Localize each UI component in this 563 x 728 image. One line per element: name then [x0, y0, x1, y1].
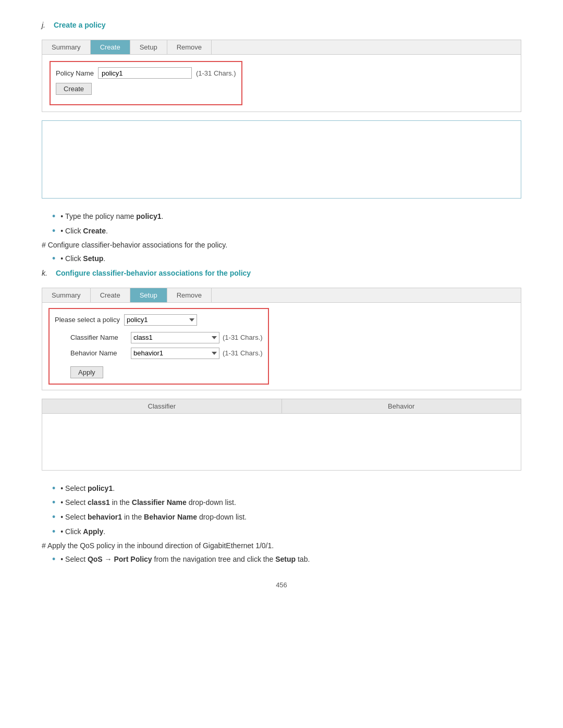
bold-create: Create — [83, 227, 106, 235]
tab-j-summary[interactable]: Summary — [42, 40, 91, 54]
section-j-title: Create a policy — [54, 21, 106, 29]
setup-policy-form: Please select a policy policy1 Classifie… — [48, 308, 269, 385]
bullet-j-2: • Click Create. — [52, 226, 521, 237]
bullet-dot: • — [60, 253, 65, 264]
tab-content-j: Policy Name (1-31 Chars.) Create — [42, 55, 521, 112]
bold-behavior1: behavior1 — [88, 513, 122, 521]
section-k-label: k. — [42, 269, 47, 277]
tab-j-setup[interactable]: Setup — [130, 40, 167, 54]
bold-class1: class1 — [88, 498, 110, 507]
classifier-label: Classifier Name — [70, 334, 128, 341]
bullet-setup: • Click Setup. — [52, 253, 521, 265]
classifier-hint: (1-31 Chars.) — [223, 334, 263, 341]
bullet-list-j: • Type the policy name policy1. • Click … — [52, 211, 521, 237]
policy-name-input[interactable] — [98, 67, 192, 79]
bold-behavior-name: Behavior Name — [144, 513, 197, 521]
tab-panel-k: Summary Create Setup Remove Please selec… — [42, 288, 521, 390]
j-result-box — [42, 120, 521, 199]
behavior-row: Behavior Name behavior1 (1-31 Chars.) — [70, 348, 263, 359]
tab-k-summary[interactable]: Summary — [42, 288, 91, 302]
page-number: 456 — [42, 581, 521, 589]
bold-setup: Setup — [83, 254, 103, 263]
policy-name-label: Policy Name — [56, 69, 94, 77]
tab-j-remove[interactable]: Remove — [167, 40, 212, 54]
select-policy-dropdown[interactable]: policy1 — [124, 314, 197, 326]
bold-apply: Apply — [83, 527, 103, 536]
tab-k-remove[interactable]: Remove — [167, 288, 212, 302]
tab-bar-j: Summary Create Setup Remove — [42, 40, 521, 55]
bullet-dot: • — [60, 211, 65, 222]
tab-k-create[interactable]: Create — [91, 288, 130, 302]
comment-k: # Apply the QoS policy in the inbound di… — [42, 541, 521, 550]
select-policy-row: Please select a policy policy1 — [55, 314, 263, 326]
apply-button[interactable]: Apply — [70, 366, 103, 378]
bullet-dot: • — [60, 526, 65, 537]
section-j-label: j. — [42, 21, 45, 29]
bullet-last: • Select QoS → Port Policy from the navi… — [52, 554, 521, 565]
create-button-row: Create — [56, 83, 236, 95]
behavior-hint: (1-31 Chars.) — [223, 349, 263, 357]
classifier-row: Classifier Name class1 (1-31 Chars.) — [70, 332, 263, 343]
classifier-col-header: Classifier — [42, 399, 282, 413]
classifier-behavior-form: Classifier Name class1 (1-31 Chars.) Beh… — [70, 332, 263, 378]
tab-bar-k: Summary Create Setup Remove — [42, 288, 521, 303]
select-policy-wrapper: policy1 — [124, 314, 197, 326]
bullet-dot: • — [60, 512, 65, 523]
tab-k-setup[interactable]: Setup — [130, 288, 167, 302]
bullet-list-k: • Select policy1. • Select class1 in the… — [52, 483, 521, 537]
bold-classifier-name: Classifier Name — [132, 498, 187, 507]
bullet-dot: • — [60, 497, 65, 508]
behavior-col-header: Behavior — [282, 399, 521, 413]
bullet-setup-1: • Click Setup. — [52, 253, 521, 265]
table-header-row: Classifier Behavior — [42, 399, 521, 413]
create-policy-form: Policy Name (1-31 Chars.) Create — [50, 61, 242, 105]
behavior-label: Behavior Name — [70, 349, 128, 357]
bold-qos: QoS — [88, 555, 103, 563]
create-button[interactable]: Create — [56, 83, 92, 95]
policy-name-row: Policy Name (1-31 Chars.) — [56, 67, 236, 79]
comment-j: # Configure classifier-behavior associat… — [42, 241, 521, 249]
tab-panel-j: Summary Create Setup Remove Policy Name … — [42, 40, 521, 112]
bullet-dot: • — [60, 483, 65, 494]
table-body-k — [42, 413, 521, 471]
bullet-k-1: • Select policy1. — [52, 483, 521, 495]
section-k: k. Configure classifier-behavior associa… — [42, 269, 521, 471]
bullet-last-1: • Select QoS → Port Policy from the navi… — [52, 554, 521, 565]
section-j: j. Create a policy Summary Create Setup … — [42, 21, 521, 199]
bullet-k-3: • Select behavior1 in the Behavior Name … — [52, 512, 521, 523]
bullet-k-4: • Click Apply. — [52, 526, 521, 538]
bullet-dot: • — [60, 226, 65, 237]
classifier-select-wrapper: class1 — [131, 332, 219, 343]
bullet-dot: • — [60, 554, 65, 565]
classifier-behavior-table: Classifier Behavior — [42, 399, 521, 471]
behavior-select-wrapper: behavior1 — [131, 348, 219, 359]
tab-j-create[interactable]: Create — [91, 40, 130, 54]
bullet-k-2: • Select class1 in the Classifier Name d… — [52, 497, 521, 509]
bullet-j-1: • Type the policy name policy1. — [52, 211, 521, 223]
policy-name-hint: (1-31 Chars.) — [196, 69, 236, 77]
section-k-title: Configure classifier-behavior associatio… — [56, 269, 251, 277]
bold-policy1: policy1 — [136, 212, 161, 220]
bold-policy1-k: policy1 — [88, 484, 113, 492]
bold-setup-tab: Setup — [275, 555, 296, 563]
bold-port-policy: Port Policy — [114, 555, 152, 563]
classifier-dropdown[interactable]: class1 — [131, 332, 219, 343]
select-policy-label: Please select a policy — [55, 316, 120, 324]
behavior-dropdown[interactable]: behavior1 — [131, 348, 219, 359]
tab-content-k: Please select a policy policy1 Classifie… — [42, 303, 521, 390]
